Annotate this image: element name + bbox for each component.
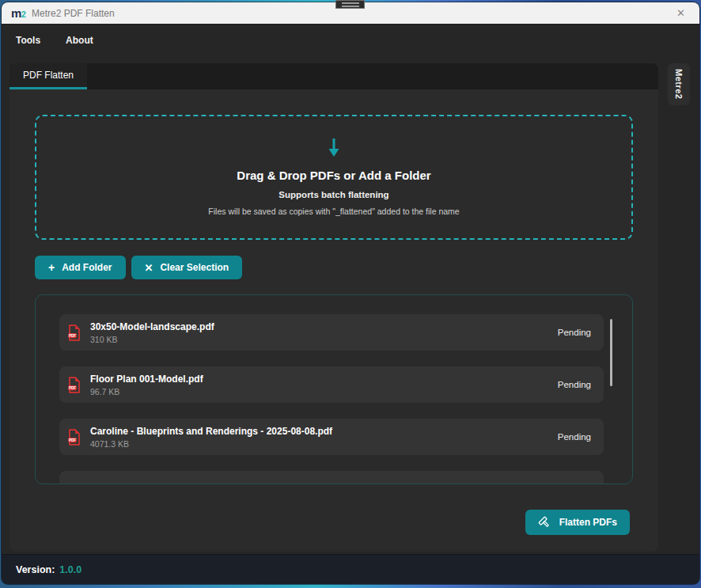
status-badge: Pending (558, 432, 591, 442)
file-meta: 30x50-Model-landscape.pdf 310 KB (90, 321, 214, 344)
tab-strip: PDF Flatten (9, 63, 658, 89)
file-row[interactable]: PDF Caroline - Blueprints and Renderings… (59, 419, 604, 455)
menu-item-tools[interactable]: Tools (16, 35, 40, 46)
window-drag-handle[interactable] (335, 0, 365, 9)
dropzone-subtitle: Supports batch flattening (279, 190, 388, 199)
file-row[interactable]: PDF Floor Plan 001-Model.pdf 96.7 KB Pen… (59, 366, 604, 403)
panel-body: Drag & Drop PDFs or Add a Folder Support… (9, 115, 658, 535)
clear-selection-label: Clear Selection (160, 262, 229, 273)
file-row-partial[interactable] (59, 471, 604, 484)
list-scrollbar[interactable] (610, 319, 612, 386)
desktop-background: m 2 Metre2 PDF Flatten ✕ Tools About PDF… (0, 0, 701, 588)
close-icon[interactable]: ✕ (672, 6, 690, 20)
flatten-pdfs-button[interactable]: Flatten PDFs (525, 510, 630, 535)
pdf-file-icon: PDF (67, 429, 81, 446)
app-window: m 2 Metre2 PDF Flatten ✕ Tools About PDF… (2, 2, 699, 584)
dropzone-note: Files will be saved as copies with "_fla… (208, 207, 459, 216)
x-icon: ✕ (145, 263, 153, 273)
drag-drop-zone[interactable]: Drag & Drop PDFs or Add a Folder Support… (35, 115, 633, 240)
pdf-file-icon: PDF (67, 324, 81, 341)
add-folder-label: Add Folder (62, 262, 112, 273)
pdf-file-icon: PDF (67, 377, 81, 393)
action-button-row: + Add Folder ✕ Clear Selection (35, 256, 633, 279)
side-tab-metre2[interactable]: Metre2 (668, 63, 690, 105)
menu-bar: Tools About (2, 24, 699, 55)
file-meta: Floor Plan 001-Model.pdf 96.7 KB (90, 374, 203, 396)
version-value: 1.0.0 (59, 564, 81, 575)
menu-item-about[interactable]: About (66, 35, 93, 46)
window-title: Metre2 PDF Flatten (32, 8, 115, 19)
pdf-flatten-panel: PDF Flatten Drag & Drop PDFs or Add a Fo… (9, 63, 658, 552)
plus-icon: + (48, 262, 55, 273)
svg-text:PDF: PDF (69, 385, 76, 389)
down-arrow-icon (328, 138, 340, 157)
hammer-icon (538, 516, 551, 529)
dropzone-title: Drag & Drop PDFs or Add a Folder (237, 169, 430, 182)
tab-pdf-flatten[interactable]: PDF Flatten (9, 63, 87, 89)
status-badge: Pending (558, 380, 591, 389)
file-row[interactable]: PDF 30x50-Model-landscape.pdf 310 KB Pen… (59, 314, 604, 351)
version-label: Version: (16, 564, 55, 575)
file-name: 30x50-Model-landscape.pdf (90, 321, 214, 332)
logo-2: 2 (21, 9, 26, 19)
main-area: PDF Flatten Drag & Drop PDFs or Add a Fo… (2, 55, 699, 554)
file-rows: PDF 30x50-Model-landscape.pdf 310 KB Pen… (59, 314, 604, 455)
logo-m: m (11, 6, 21, 20)
side-tab-label: Metre2 (674, 69, 684, 99)
file-size: 4071.3 KB (90, 439, 332, 449)
svg-text:PDF: PDF (69, 438, 76, 442)
clear-selection-button[interactable]: ✕ Clear Selection (131, 256, 243, 279)
file-size: 96.7 KB (90, 387, 203, 396)
file-list[interactable]: PDF 30x50-Model-landscape.pdf 310 KB Pen… (35, 294, 633, 484)
flatten-button-row: Flatten PDFs (35, 510, 633, 535)
flatten-pdfs-label: Flatten PDFs (559, 517, 617, 528)
file-name: Caroline - Blueprints and Renderings - 2… (90, 426, 332, 437)
add-folder-button[interactable]: + Add Folder (35, 256, 126, 279)
status-badge: Pending (558, 328, 591, 337)
app-logo: m 2 (11, 6, 26, 20)
file-name: Floor Plan 001-Model.pdf (90, 374, 203, 385)
file-meta: Caroline - Blueprints and Renderings - 2… (90, 426, 332, 449)
file-size: 310 KB (90, 335, 214, 344)
svg-text:PDF: PDF (69, 333, 76, 337)
status-bar: Version: 1.0.0 (2, 554, 699, 584)
